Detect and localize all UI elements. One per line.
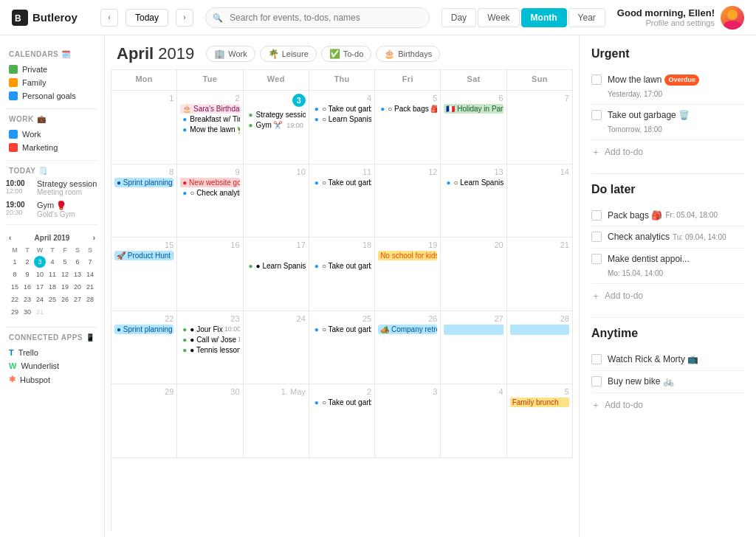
- event-check-analytics[interactable]: ○ Check analytics 14:00: [180, 188, 239, 198]
- event-no-school[interactable]: No school for kids: [378, 251, 437, 260]
- cell-apr2[interactable]: 2 🎂 Sara's Birthday Breakfast w/ Tim 19:…: [177, 91, 243, 164]
- event-mow-lawn[interactable]: Mow the lawn 🌿 17:00: [180, 125, 239, 134]
- cell-apr24[interactable]: 24: [244, 311, 309, 385]
- cell-apr17[interactable]: 17 ● Learn Spanish 🇪🇸 19:45: [244, 238, 309, 311]
- event-call-jose[interactable]: ● Call w/ Jose 13:00: [180, 335, 239, 344]
- today-btn[interactable]: Today: [126, 9, 168, 27]
- profile-link[interactable]: Profile and settings: [617, 18, 715, 27]
- mini-d30[interactable]: 30: [21, 306, 33, 318]
- todo-check-analytics[interactable]: [591, 232, 602, 242]
- mini-prev[interactable]: ‹: [9, 234, 11, 242]
- event-tennis[interactable]: ● Tennis lesson 🎾 18:00: [180, 345, 239, 355]
- mini-d23[interactable]: 23: [21, 294, 33, 305]
- mini-d18[interactable]: 18: [47, 281, 58, 293]
- event-gym-apr3[interactable]: Gym ✂️ 19:00: [247, 120, 306, 130]
- view-month[interactable]: Month: [521, 8, 567, 27]
- filter-work[interactable]: 🏢 Work: [206, 46, 255, 62]
- sidebar-item-wunderlist[interactable]: W Wunderlist: [6, 359, 98, 373]
- mini-d19[interactable]: 19: [59, 281, 71, 293]
- cell-apr13[interactable]: 13 ○ Learn Spanish 🇪🇸 10:45: [441, 164, 506, 238]
- mini-d12[interactable]: 12: [59, 268, 71, 280]
- cell-apr26[interactable]: 26 🏕️ Company retreat ⚡: [375, 311, 441, 385]
- cell-may1[interactable]: 1. May: [244, 384, 309, 458]
- event-learn-spanish-apr4[interactable]: ○ Learn Spanish 19:45: [312, 114, 371, 124]
- cell-apr14[interactable]: 14: [507, 164, 573, 238]
- mini-d29[interactable]: 29: [9, 306, 21, 318]
- mini-d7[interactable]: 7: [84, 256, 96, 268]
- event-sprint-planning-2[interactable]: ● Sprint planning 10:00: [114, 325, 173, 334]
- mini-d8[interactable]: 8: [9, 268, 21, 280]
- add-todo-later[interactable]: ＋ Add to-do: [591, 284, 744, 308]
- cell-apr10[interactable]: 10: [244, 164, 309, 238]
- cell-apr6[interactable]: 6 🇫🇷 Holiday in Paris 🗼: [441, 91, 506, 164]
- search-input[interactable]: [205, 7, 430, 28]
- todo-check-dentist[interactable]: [591, 254, 602, 264]
- mini-d2[interactable]: 2: [21, 256, 33, 268]
- cell-apr18[interactable]: 18 ○ Take out garbage 17:00: [309, 238, 375, 311]
- cell-apr5[interactable]: 5 ○ Pack bags 🎒 08:00: [375, 91, 441, 164]
- cell-may3[interactable]: 3: [375, 384, 441, 458]
- todo-check-pack[interactable]: [591, 210, 602, 221]
- mini-d13[interactable]: 13: [72, 268, 83, 280]
- mini-d26[interactable]: 26: [59, 294, 71, 305]
- event-new-website[interactable]: ● New website goes live 🚀: [180, 178, 239, 187]
- sidebar-item-work[interactable]: Work: [6, 128, 98, 141]
- cell-apr21[interactable]: 21: [507, 238, 573, 311]
- event-strategy[interactable]: Strategy session 09:43: [247, 110, 306, 119]
- cell-may4[interactable]: 4: [441, 384, 506, 458]
- event-learn-spanish-apr13[interactable]: ○ Learn Spanish 🇪🇸 10:45: [444, 178, 503, 187]
- event-company-retreat[interactable]: 🏕️ Company retreat ⚡: [378, 325, 437, 334]
- sidebar-item-hubspot[interactable]: ✱ Hubspot: [6, 373, 98, 387]
- cell-apr7[interactable]: 7: [507, 91, 573, 164]
- event-takeout-may2[interactable]: ○ Take out garbage 17:00: [312, 398, 371, 407]
- mini-d16[interactable]: 16: [21, 281, 33, 293]
- mini-d15[interactable]: 15: [9, 281, 21, 293]
- cell-may2[interactable]: 2 ○ Take out garbage 17:00: [309, 384, 375, 458]
- event-jour-fix[interactable]: ● Jour Fix 10:00: [180, 325, 239, 334]
- event-breakfast-tim[interactable]: Breakfast w/ Tim 19:00: [180, 114, 239, 124]
- view-year[interactable]: Year: [568, 8, 605, 27]
- cell-apr28[interactable]: 28: [507, 311, 573, 385]
- mini-d25[interactable]: 25: [47, 294, 58, 305]
- cell-apr22[interactable]: 22 ● Sprint planning 10:00: [111, 311, 177, 385]
- event-pack-bags[interactable]: ○ Pack bags 🎒 08:00: [378, 104, 437, 114]
- event-learn-spanish-apr17[interactable]: ● Learn Spanish 🇪🇸 19:45: [247, 261, 306, 271]
- cell-apr25[interactable]: 25 ○ Take out garbage 17:00: [309, 311, 375, 385]
- todo-check-rick[interactable]: [591, 354, 602, 364]
- event-holiday-paris[interactable]: 🇫🇷 Holiday in Paris 🗼: [444, 104, 503, 114]
- mini-d24[interactable]: 24: [34, 294, 46, 305]
- mini-d6[interactable]: 6: [72, 256, 83, 268]
- cell-apr9[interactable]: 9 ● New website goes live 🚀 ○ Check anal…: [177, 164, 243, 238]
- event-saras-birthday[interactable]: 🎂 Sara's Birthday: [180, 104, 239, 114]
- todo-check-bike[interactable]: [591, 376, 602, 387]
- cell-apr1[interactable]: 1: [111, 91, 177, 164]
- cell-apr30[interactable]: 30: [177, 384, 243, 458]
- event-sprint-planning-1[interactable]: ● Sprint planning 10:00: [114, 178, 173, 187]
- mini-d5[interactable]: 5: [59, 256, 71, 268]
- cell-apr3[interactable]: 3 Strategy session 09:43 Gym ✂️ 19:00: [244, 91, 309, 164]
- sidebar-item-trello[interactable]: T Trello: [6, 346, 98, 359]
- event-takeout-apr11[interactable]: ○ Take out garbage 17:00: [312, 178, 371, 187]
- cell-apr16[interactable]: 16: [177, 238, 243, 311]
- mini-d14[interactable]: 14: [84, 268, 96, 280]
- cell-apr11[interactable]: 11 ○ Take out garbage 17:00: [309, 164, 375, 238]
- view-week[interactable]: Week: [478, 8, 519, 27]
- cell-apr4[interactable]: 4 ○ Take out garbage 18:00 ○ Learn Spani…: [309, 91, 375, 164]
- mini-d27[interactable]: 27: [72, 294, 83, 305]
- cell-apr8[interactable]: 8 ● Sprint planning 10:00: [111, 164, 177, 238]
- mini-d20[interactable]: 20: [72, 281, 83, 293]
- cell-apr29[interactable]: 29: [111, 384, 177, 458]
- mini-d4[interactable]: 4: [47, 256, 58, 268]
- event-takeout-apr18[interactable]: ○ Take out garbage 17:00: [312, 261, 371, 271]
- add-todo-anytime[interactable]: ＋ Add to-do: [591, 393, 744, 418]
- mini-d1[interactable]: 1: [9, 256, 21, 268]
- mini-d9[interactable]: 9: [21, 268, 33, 280]
- prev-btn[interactable]: ‹: [100, 9, 118, 27]
- mini-d28[interactable]: 28: [84, 294, 96, 305]
- add-todo-urgent[interactable]: ＋ Add to-do: [591, 140, 744, 164]
- sidebar-item-private[interactable]: Private: [6, 63, 98, 76]
- cell-apr19[interactable]: 19 No school for kids: [375, 238, 441, 311]
- filter-leisure[interactable]: 🌴 Leisure: [260, 46, 317, 62]
- cell-apr20[interactable]: 20: [441, 238, 506, 311]
- event-takeout-apr4[interactable]: ○ Take out garbage 18:00: [312, 104, 371, 114]
